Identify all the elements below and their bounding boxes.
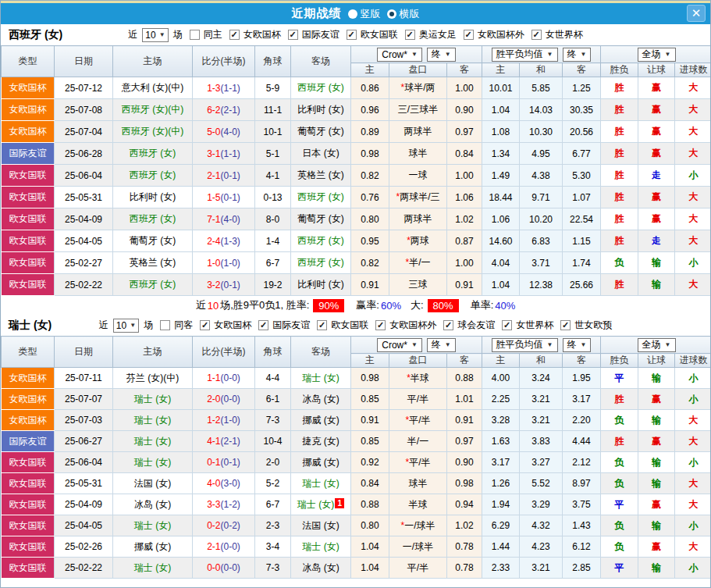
home-team-name: 西班牙 (女)(中) [122, 126, 183, 137]
same-venue-checkbox[interactable] [190, 30, 200, 40]
avg-draw-odds: 4.32 [520, 515, 563, 536]
corner-score: 6-7 [255, 494, 291, 515]
league-filter-checkbox[interactable] [443, 320, 453, 330]
result-outcome: 胜 [601, 274, 638, 296]
league-filter-checkbox[interactable] [317, 320, 327, 330]
header-group-cell: Crow*▼终▼ [351, 337, 482, 354]
away-odds: 0.84 [447, 143, 482, 165]
bookmaker-select[interactable]: Crow*▼ [377, 338, 422, 352]
home-team: 瑞士 (女) [113, 452, 193, 473]
league-filter-checkbox[interactable] [347, 30, 357, 40]
league-filter-checkbox[interactable] [464, 30, 474, 40]
odds-stage-select[interactable]: 终▼ [427, 48, 456, 62]
away-team-name: 葡萄牙 (女) [297, 213, 343, 224]
league-filter-checkbox[interactable] [560, 320, 571, 330]
result-goals: 小 [675, 452, 711, 473]
league-filter-checkbox[interactable] [200, 320, 210, 330]
avg-away-odds: 20.56 [563, 121, 601, 143]
league-filter-checkbox[interactable] [405, 30, 415, 40]
sub-column-header: 客 [563, 63, 601, 77]
scope-select[interactable]: 全场▼ [638, 48, 676, 62]
league-badge: 国际友谊 [2, 143, 55, 165]
avg-draw-odds: 3.21 [520, 410, 563, 431]
half-time-score: (0-2) [221, 520, 240, 531]
away-team-name: 西班牙 (女) [297, 235, 343, 246]
home-team-name: 瑞士 (女) [134, 394, 171, 404]
handicap: 一球 [389, 165, 447, 187]
result-handicap: 赢 [638, 389, 675, 410]
chevron-down-icon: ▼ [411, 341, 418, 348]
avg-away-odds: 1.15 [563, 230, 601, 252]
match-score: 0-2(0-2) [193, 515, 255, 536]
avg-stage-select[interactable]: 终▼ [563, 338, 592, 352]
summary-lead: 近 [196, 298, 206, 312]
away-team-name: 比利时 (女) [297, 104, 343, 115]
league-filter-checkbox[interactable] [288, 30, 298, 40]
match-count-value: 10 [116, 320, 126, 331]
league-filter-checkbox[interactable] [375, 320, 386, 330]
match-count-select[interactable]: 10▼ [113, 319, 139, 333]
bookmaker-select[interactable]: Crow*▼ [377, 48, 422, 62]
match-row: 女欧国杯25-07-11芬兰 (女)(中)1-1(0-0)4-4瑞士 (女)0.… [2, 368, 711, 389]
away-team: 西班牙 (女) [291, 77, 351, 99]
avg-home-odds: 14.60 [482, 230, 520, 252]
away-odds: 0.91 [447, 274, 482, 296]
sub-column-header: 和 [520, 63, 563, 77]
league-filter-checkbox[interactable] [531, 30, 542, 40]
handicap-text: 一/球半 [404, 520, 435, 531]
match-date: 25-02-22 [55, 558, 113, 579]
match-score: 2-0(0-0) [193, 389, 255, 410]
away-odds: 1.00 [447, 77, 482, 99]
win-rate-badge: 90% [313, 299, 344, 312]
odds-stage-select[interactable]: 终▼ [427, 338, 456, 352]
league-filter-checkbox[interactable] [502, 320, 512, 330]
avg-away-odds: 1.07 [563, 187, 601, 208]
result-handicap: 赢 [638, 494, 675, 515]
scope-select[interactable]: 全场▼ [638, 338, 676, 352]
result-goals: 大 [675, 410, 711, 431]
full-time-score: 0-0 [207, 562, 220, 573]
league-badge: 欧女国联 [2, 473, 55, 494]
radio-circle-icon[interactable] [348, 9, 357, 19]
radio-circle-selected-icon[interactable] [387, 9, 396, 19]
match-score: 0-0(0-0) [193, 558, 255, 579]
away-team: 冰岛 (女) [291, 558, 351, 579]
same-venue-label: 同主 [204, 28, 222, 41]
avg-odds-select[interactable]: 胜平负均值▼ [492, 338, 558, 352]
layout-radio-horizontal[interactable]: 横版 [387, 7, 420, 21]
away-team: 冰岛 (女) [291, 389, 351, 410]
home-team-name: 英格兰 (女) [130, 257, 176, 268]
avg-away-odds: 4.44 [563, 431, 601, 452]
result-outcome: 胜 [601, 143, 638, 165]
away-odds: 0.94 [447, 494, 482, 515]
avg-home-odds: 1.08 [482, 121, 520, 143]
match-row: 欧女国联25-02-26挪威 (女)2-1(0-0)3-4瑞士 (女)1.04一… [2, 536, 711, 558]
home-odds: 0.82 [351, 165, 389, 187]
half-time-score: (1-1) [221, 148, 240, 159]
avg-stage-select[interactable]: 终▼ [563, 48, 592, 62]
sub-column-header: 客 [447, 354, 482, 368]
sub-column-header: 和 [520, 354, 563, 368]
avg-odds-select[interactable]: 胜平负均值▼ [492, 48, 558, 62]
same-venue-checkbox[interactable] [160, 320, 170, 330]
layout-radio-vertical[interactable]: 竖版 [348, 7, 381, 21]
league-filter-checkbox[interactable] [229, 30, 240, 40]
match-row: 女欧国杯25-07-12意大利 (女)(中)1-3(1-1)5-9西班牙 (女)… [2, 77, 711, 99]
avg-draw-odds: 3.21 [520, 558, 563, 579]
match-score: 2-4(1-3) [193, 230, 255, 252]
away-team-name: 英格兰 (女) [297, 169, 343, 180]
sub-column-header: 主 [351, 354, 389, 368]
home-odds: 1.04 [351, 536, 389, 558]
away-team: 挪威 (女) [291, 452, 351, 473]
match-count-select[interactable]: 10▼ [142, 28, 168, 42]
result-outcome: 胜 [601, 431, 638, 452]
close-icon[interactable]: ✕ [687, 5, 706, 22]
match-row: 欧女国联25-04-05瑞士 (女)0-2(0-2)2-3法国 (女)0.80*… [2, 515, 711, 536]
radio-horizontal-label: 横版 [400, 7, 420, 21]
match-unit-label: 场 [144, 319, 153, 332]
avg-away-odds: 5.30 [563, 165, 601, 187]
league-filter-checkbox[interactable] [258, 320, 268, 330]
avg-draw-odds: 14.03 [520, 99, 563, 121]
avg-draw-odds: 5.52 [520, 473, 563, 494]
avg-draw-odds: 3.71 [520, 252, 563, 274]
